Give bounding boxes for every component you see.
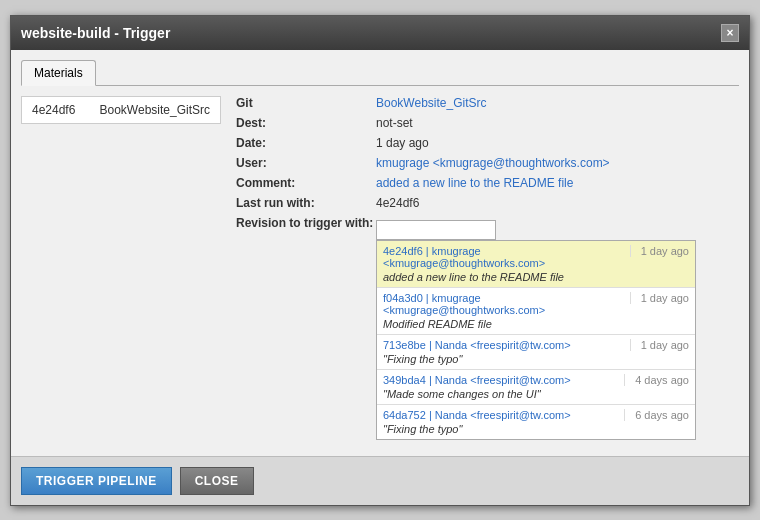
revision-label: Revision to trigger with: xyxy=(236,216,376,230)
dropdown-item[interactable]: 4e24df6 | kmugrage <kmugrage@thoughtwork… xyxy=(377,241,695,288)
close-button[interactable]: CLOSE xyxy=(180,467,254,495)
user-value: kmugrage <kmugrage@thoughtworks.com> xyxy=(376,156,610,170)
revision-input[interactable] xyxy=(376,220,496,240)
revision-dropdown-container: 4e24df6 | kmugrage <kmugrage@thoughtwork… xyxy=(376,220,696,440)
dropdown-list: 4e24df6 | kmugrage <kmugrage@thoughtwork… xyxy=(376,240,696,440)
info-table: Git BookWebsite_GitSrc Dest: not-set Dat… xyxy=(236,96,739,440)
dropdown-item[interactable]: 713e8be | Nanda <freespirit@tw.com>1 day… xyxy=(377,335,695,370)
material-hash: 4e24df6 xyxy=(32,103,75,117)
dialog: website-build - Trigger × Materials 4e24… xyxy=(10,15,750,506)
dest-value: not-set xyxy=(376,116,413,130)
dialog-titlebar: website-build - Trigger × xyxy=(11,16,749,50)
content-area: 4e24df6 BookWebsite_GitSrc Git BookWebsi… xyxy=(21,96,739,446)
comment-label: Comment: xyxy=(236,176,376,190)
last-run-value: 4e24df6 xyxy=(376,196,419,210)
dropdown-item[interactable]: 64da752 | Nanda <freespirit@tw.com>6 day… xyxy=(377,405,695,439)
info-row-lastrun: Last run with: 4e24df6 xyxy=(236,196,739,210)
info-row-date: Date: 1 day ago xyxy=(236,136,739,150)
user-label: User: xyxy=(236,156,376,170)
trigger-pipeline-button[interactable]: TRIGGER PIPELINE xyxy=(21,467,172,495)
dropdown-item[interactable]: f04a3d0 | kmugrage <kmugrage@thoughtwork… xyxy=(377,288,695,335)
info-row-user: User: kmugrage <kmugrage@thoughtworks.co… xyxy=(236,156,739,170)
material-item[interactable]: 4e24df6 BookWebsite_GitSrc xyxy=(21,96,221,124)
git-label: Git xyxy=(236,96,376,110)
material-name: BookWebsite_GitSrc xyxy=(100,103,211,117)
dialog-title: website-build - Trigger xyxy=(21,25,170,41)
dialog-close-button[interactable]: × xyxy=(721,24,739,42)
last-run-label: Last run with: xyxy=(236,196,376,210)
dialog-body: Materials 4e24df6 BookWebsite_GitSrc Git… xyxy=(11,50,749,456)
dialog-footer: TRIGGER PIPELINE CLOSE xyxy=(11,456,749,505)
date-label: Date: xyxy=(236,136,376,150)
git-value[interactable]: BookWebsite_GitSrc xyxy=(376,96,487,110)
dropdown-item[interactable]: 349bda4 | Nanda <freespirit@tw.com>4 day… xyxy=(377,370,695,405)
left-panel: 4e24df6 BookWebsite_GitSrc xyxy=(21,96,221,446)
dest-label: Dest: xyxy=(236,116,376,130)
info-row-git: Git BookWebsite_GitSrc xyxy=(236,96,739,110)
tab-materials[interactable]: Materials xyxy=(21,60,96,86)
comment-value: added a new line to the README file xyxy=(376,176,573,190)
date-value: 1 day ago xyxy=(376,136,429,150)
info-row-revision: Revision to trigger with: 4e24df6 | kmug… xyxy=(236,216,739,440)
info-row-dest: Dest: not-set xyxy=(236,116,739,130)
info-row-comment: Comment: added a new line to the README … xyxy=(236,176,739,190)
right-panel: Git BookWebsite_GitSrc Dest: not-set Dat… xyxy=(236,96,739,446)
tab-bar: Materials xyxy=(21,60,739,86)
